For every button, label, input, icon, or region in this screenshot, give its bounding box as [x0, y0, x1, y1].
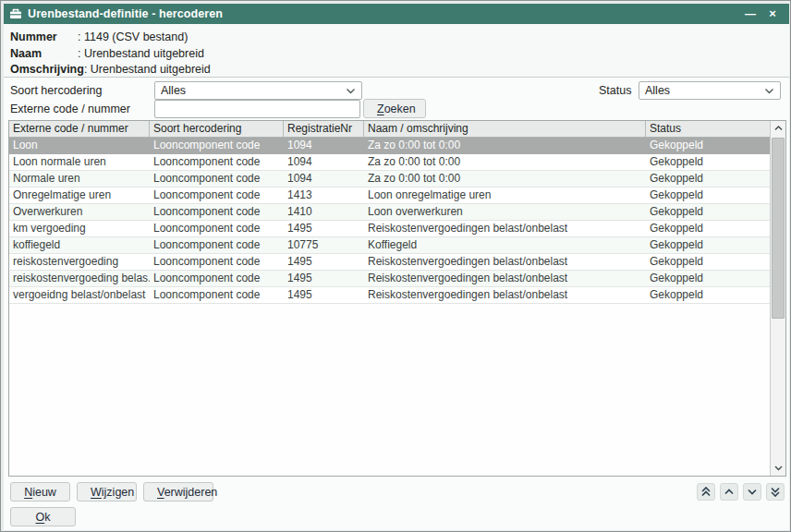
- soort-hercodering-select[interactable]: Alles: [154, 81, 362, 100]
- table-cell: Gekoppeld: [646, 287, 770, 303]
- table-row[interactable]: km vergoedingLooncomponent code1495Reisk…: [9, 221, 770, 237]
- table-cell: Looncomponent code: [150, 187, 284, 203]
- table-cell: reiskostenvergoeding: [9, 254, 150, 270]
- separator: :: [78, 30, 84, 43]
- ok-button[interactable]: Ok: [10, 507, 76, 526]
- table-row[interactable]: vergoeidng belast/onbelastLooncomponent …: [9, 287, 770, 304]
- table-cell: Looncomponent code: [150, 237, 284, 253]
- previous-record-icon[interactable]: [720, 483, 738, 501]
- chevron-down-icon: [764, 88, 774, 94]
- naam-value: Urenbestand uitgebreid: [84, 47, 204, 60]
- soort-hercodering-label: Soort hercodering: [10, 84, 102, 97]
- table-cell: Looncomponent code: [150, 254, 284, 270]
- nummer-value: 1149 (CSV bestand): [84, 30, 188, 43]
- table-cell: Gekoppeld: [646, 204, 770, 220]
- table-row[interactable]: Onregelmatige urenLooncomponent code1413…: [9, 187, 770, 204]
- nieuw-button[interactable]: Nieuw: [10, 482, 70, 502]
- dialog-window: Urenbestand-definitie - hercoderen — × N…: [0, 0, 791, 532]
- minimize-icon[interactable]: —: [739, 4, 761, 24]
- briefcase-icon: [9, 8, 22, 19]
- table-cell: Overwerkuren: [9, 204, 150, 220]
- table-cell: Looncomponent code: [150, 138, 284, 153]
- table-row[interactable]: LoonLooncomponent code1094Za zo 0:00 tot…: [9, 138, 770, 154]
- close-icon[interactable]: ×: [761, 4, 784, 24]
- status-label: Status: [599, 84, 631, 97]
- column-header-naam-omschrijving[interactable]: Naam / omschrijving: [364, 121, 646, 137]
- hercodering-table: Externe code / nummer Soort hercodering …: [8, 120, 786, 477]
- table-cell: reiskostenvergoeding belas...: [9, 271, 150, 286]
- table-cell: Normale uren: [9, 171, 150, 187]
- vertical-scrollbar[interactable]: [770, 121, 785, 476]
- omschrijving-label: Omschrijving: [10, 62, 84, 79]
- omschrijving-value: Urenbestand uitgebreid: [91, 63, 211, 76]
- table-cell: 1495: [284, 221, 364, 236]
- table-cell: Loon: [9, 138, 150, 153]
- window-title: Urenbestand-definitie - hercoderen: [28, 7, 739, 20]
- table-cell: Loon onregelmatige uren: [364, 187, 646, 203]
- table-cell: 1413: [284, 187, 364, 203]
- title-bar: Urenbestand-definitie - hercoderen — ×: [4, 4, 789, 24]
- soort-hercodering-value: Alles: [161, 84, 346, 97]
- table-cell: vergoeidng belast/onbelast: [9, 287, 150, 303]
- zoeken-button[interactable]: Zoeken: [363, 99, 426, 118]
- table-cell: Loon overwerkuren: [364, 204, 646, 220]
- nummer-label: Nummer: [10, 30, 78, 46]
- table-cell: Za zo 0:00 tot 0:00: [364, 154, 646, 170]
- table-row[interactable]: koffiegeldLooncomponent code10775Koffieg…: [9, 237, 770, 254]
- column-header-registratienr[interactable]: RegistratieNr: [284, 121, 364, 137]
- last-record-icon[interactable]: [766, 483, 785, 501]
- table-cell: Gekoppeld: [646, 171, 770, 187]
- status-select[interactable]: Alles: [639, 81, 781, 100]
- table-row[interactable]: Normale urenLooncomponent code1094Za zo …: [9, 171, 770, 187]
- next-record-icon[interactable]: [743, 483, 761, 501]
- table-cell: koffiegeld: [9, 237, 150, 253]
- table-row[interactable]: reiskostenvergoedingLooncomponent code14…: [9, 254, 770, 271]
- table-cell: Gekoppeld: [646, 221, 770, 236]
- table-body: LoonLooncomponent code1094Za zo 0:00 tot…: [9, 138, 770, 304]
- separator: :: [78, 47, 84, 60]
- verwijderen-button[interactable]: Verwijderen: [143, 482, 213, 502]
- table-cell: Reiskostenvergoedingen belast/onbelast: [364, 254, 646, 270]
- chevron-down-icon: [346, 88, 356, 94]
- table-cell: 1495: [284, 271, 364, 286]
- naam-label: Naam: [10, 46, 78, 63]
- table-cell: Looncomponent code: [150, 221, 284, 236]
- table-row[interactable]: OverwerkurenLooncomponent code1410Loon o…: [9, 204, 770, 221]
- externe-code-label: Externe code / nummer: [10, 103, 130, 115]
- scroll-down-icon[interactable]: [771, 461, 785, 476]
- table-cell: 1094: [284, 171, 364, 187]
- table-cell: 1495: [284, 287, 364, 303]
- first-record-icon[interactable]: [697, 483, 715, 501]
- table-rows-area: Externe code / nummer Soort hercodering …: [9, 121, 770, 476]
- column-header-externe-code[interactable]: Externe code / nummer: [9, 121, 150, 137]
- table-cell: Gekoppeld: [646, 254, 770, 270]
- table-cell: Reiskostenvergoedingen belast/onbelast: [364, 221, 646, 236]
- table-cell: 1094: [284, 154, 364, 170]
- table-cell: Looncomponent code: [150, 154, 284, 170]
- table-cell: Za zo 0:00 tot 0:00: [364, 171, 646, 187]
- table-cell: Reiskostenvergoedingen belast/onbelast: [364, 287, 646, 303]
- column-header-soort-hercodering[interactable]: Soort hercodering: [150, 121, 284, 137]
- table-cell: Gekoppeld: [646, 237, 770, 253]
- table-cell: Looncomponent code: [150, 271, 284, 286]
- table-cell: Onregelmatige uren: [9, 187, 150, 203]
- table-row[interactable]: reiskostenvergoeding belas...Looncompone…: [9, 271, 770, 287]
- column-header-status[interactable]: Status: [646, 121, 770, 137]
- table-cell: Looncomponent code: [150, 204, 284, 220]
- table-cell: Gekoppeld: [646, 187, 770, 203]
- table-cell: 10775: [284, 237, 364, 253]
- info-row-omschrijving: Omschrijving: Urenbestand uitgebreid: [10, 62, 789, 79]
- status-value: Alles: [645, 84, 764, 97]
- scroll-up-icon[interactable]: [771, 121, 785, 136]
- scrollbar-thumb[interactable]: [772, 138, 785, 319]
- record-info-panel: Nummer: 1149 (CSV bestand) Naam: Urenbes…: [4, 24, 789, 78]
- table-cell: Koffiegeld: [364, 237, 646, 253]
- table-header-row: Externe code / nummer Soort hercodering …: [9, 121, 770, 138]
- externe-code-input[interactable]: [154, 100, 360, 118]
- table-cell: km vergoeding: [9, 221, 150, 236]
- record-navigation: [697, 483, 785, 501]
- wijzigen-button[interactable]: Wijzigen: [77, 482, 137, 502]
- table-cell: Gekoppeld: [646, 138, 770, 153]
- table-row[interactable]: Loon normale urenLooncomponent code1094Z…: [9, 154, 770, 171]
- table-cell: Reiskostenvergoedingen belast/onbelast: [364, 271, 646, 286]
